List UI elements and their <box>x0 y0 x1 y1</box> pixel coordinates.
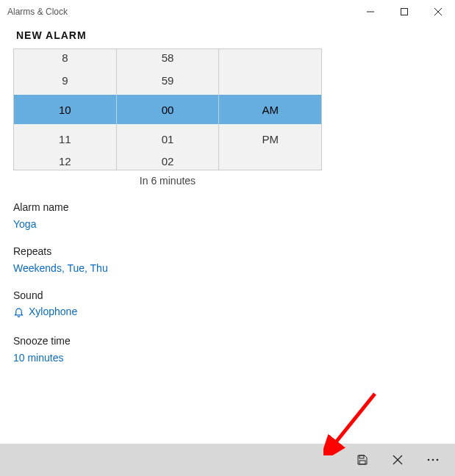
picker-row[interactable]: 12 02 <box>14 154 321 170</box>
minute-cell[interactable]: 00 <box>117 95 220 124</box>
minute-cell[interactable]: 59 <box>117 65 220 95</box>
save-button[interactable] <box>346 444 379 476</box>
command-bar <box>0 444 455 476</box>
bell-icon <box>13 306 24 317</box>
hour-cell[interactable]: 11 <box>14 124 117 154</box>
alarm-name-label: Alarm name <box>13 201 442 213</box>
picker-row[interactable]: 11 01 PM <box>14 124 321 154</box>
time-picker[interactable]: 8 58 9 59 10 00 AM 11 01 PM 12 02 <box>13 48 322 170</box>
svg-point-9 <box>432 459 434 461</box>
snooze-field: Snooze time 10 minutes <box>13 335 442 364</box>
hour-cell[interactable]: 12 <box>14 154 117 170</box>
picker-row[interactable]: 8 58 <box>14 49 321 65</box>
svg-point-10 <box>437 459 439 461</box>
hour-cell[interactable]: 10 <box>14 95 117 124</box>
snooze-value[interactable]: 10 minutes <box>13 352 63 364</box>
relative-time: In 6 minutes <box>13 175 322 187</box>
titlebar: Alarms & Clock <box>0 0 455 24</box>
more-button[interactable] <box>417 444 449 476</box>
meridiem-cell[interactable] <box>219 49 321 65</box>
page-title: NEW ALARM <box>16 29 442 41</box>
sound-field: Sound Xylophone <box>13 289 442 320</box>
svg-line-11 <box>332 394 375 447</box>
meridiem-cell[interactable]: AM <box>219 95 321 124</box>
minute-cell[interactable]: 02 <box>117 154 220 170</box>
window-title: Alarms & Clock <box>7 7 68 17</box>
repeats-value[interactable]: Weekends, Tue, Thu <box>13 262 108 274</box>
minimize-button[interactable] <box>354 0 387 24</box>
maximize-button[interactable] <box>387 0 421 24</box>
alarm-name-value[interactable]: Yoga <box>13 218 36 230</box>
minute-cell[interactable]: 01 <box>117 124 220 154</box>
close-window-button[interactable] <box>421 0 455 24</box>
svg-rect-1 <box>401 9 408 15</box>
minute-cell[interactable]: 58 <box>117 49 220 65</box>
svg-rect-5 <box>359 461 365 464</box>
hour-cell[interactable]: 8 <box>14 49 117 65</box>
hour-cell[interactable]: 9 <box>14 65 117 95</box>
sound-value[interactable]: Xylophone <box>13 306 77 317</box>
sound-label: Sound <box>13 289 442 301</box>
cancel-button[interactable] <box>381 444 414 476</box>
picker-row[interactable]: 9 59 <box>14 65 321 95</box>
repeats-field: Repeats Weekends, Tue, Thu <box>13 245 442 275</box>
svg-point-8 <box>428 459 430 461</box>
repeats-label: Repeats <box>13 245 442 257</box>
alarm-name-field: Alarm name Yoga <box>13 201 442 231</box>
meridiem-cell[interactable] <box>219 154 321 170</box>
snooze-label: Snooze time <box>13 335 442 347</box>
meridiem-cell[interactable]: PM <box>219 124 321 154</box>
sound-value-text: Xylophone <box>29 306 77 317</box>
svg-rect-4 <box>359 455 364 458</box>
picker-row-selected[interactable]: 10 00 AM <box>14 95 321 124</box>
meridiem-cell[interactable] <box>219 65 321 95</box>
